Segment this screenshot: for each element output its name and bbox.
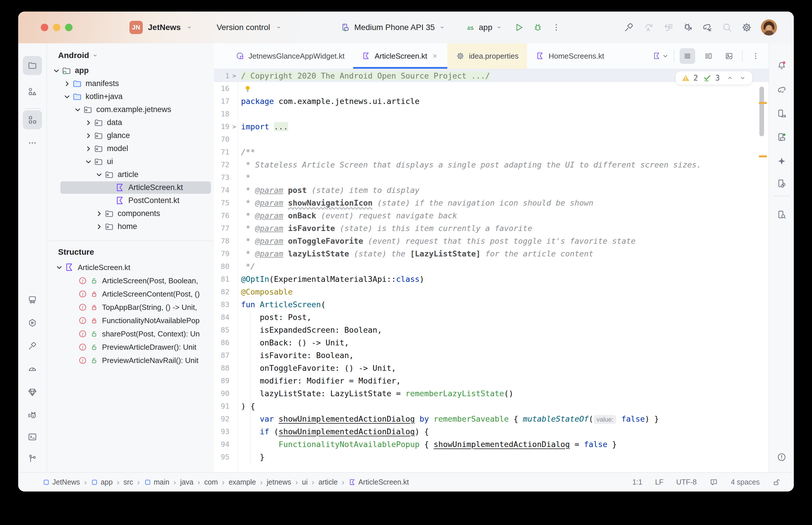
search-everywhere-icon[interactable] bbox=[722, 22, 733, 33]
code-line-95[interactable]: 95 } bbox=[214, 450, 769, 463]
notifications-icon[interactable] bbox=[772, 56, 791, 75]
code-line-88[interactable]: 88 onToggleFavorite: () -> Unit, bbox=[214, 362, 769, 374]
code-line-18[interactable]: 18 bbox=[214, 107, 769, 120]
code-line-78[interactable]: 78 * @param onToggleFavorite (event) req… bbox=[214, 235, 769, 247]
code-line-93[interactable]: 93 if (showUnimplementedActionDialog) { bbox=[214, 425, 769, 438]
code-line-89[interactable]: 89 modifier: Modifier = Modifier, bbox=[214, 374, 769, 387]
code-line-94[interactable]: 94 FunctionalityNotAvailablePopup { show… bbox=[214, 438, 769, 450]
structure-function-item[interactable]: fArticleScreenContent(Post, () bbox=[47, 287, 214, 301]
close-window-button[interactable] bbox=[41, 24, 48, 31]
code-line-19[interactable]: 19>import ... bbox=[214, 120, 769, 133]
more-run-actions-icon[interactable] bbox=[551, 22, 561, 32]
indent-setting[interactable]: 4 spaces bbox=[731, 478, 760, 486]
layout-inspector-icon[interactable] bbox=[772, 205, 791, 224]
breadcrumb-item[interactable]: main bbox=[144, 478, 169, 486]
chevron-down-icon[interactable] bbox=[51, 65, 61, 76]
code-line-85[interactable]: 85 isExpandedScreen: Boolean, bbox=[214, 324, 769, 336]
gradle-icon[interactable] bbox=[772, 80, 791, 99]
tab-idea-properties[interactable]: idea.properties bbox=[447, 43, 527, 69]
chevron-right-icon[interactable] bbox=[83, 118, 94, 128]
editor-view-split-icon[interactable] bbox=[700, 48, 716, 64]
tree-item-postcontent-kt[interactable]: PostContent.kt bbox=[47, 194, 214, 207]
code-line-72[interactable]: 72 * Stateless Article Screen that displ… bbox=[214, 158, 769, 171]
breadcrumb-item[interactable]: app bbox=[91, 478, 113, 486]
gradle-sync-icon[interactable] bbox=[702, 22, 713, 33]
device-selector[interactable]: Medium Phone API 35 bbox=[340, 12, 445, 43]
more-tool-windows-icon[interactable] bbox=[23, 133, 42, 152]
tree-item-com-example-jetnews[interactable]: com.example.jetnews bbox=[47, 103, 214, 116]
tree-item-home[interactable]: home bbox=[47, 220, 214, 233]
editor-view-preview-icon[interactable] bbox=[721, 48, 737, 64]
structure-function-item[interactable]: fPreviewArticleNavRail(): Unit bbox=[47, 354, 214, 367]
running-devices-icon[interactable] bbox=[23, 290, 42, 309]
tree-item-app[interactable]: app bbox=[47, 64, 214, 77]
editor-more-options-icon[interactable] bbox=[748, 48, 764, 64]
terminal-icon[interactable] bbox=[23, 427, 42, 447]
unlock-icon[interactable] bbox=[772, 478, 781, 486]
tree-item-articlescreen-kt[interactable]: ArticleScreen.kt bbox=[47, 181, 214, 194]
chevron-right-icon[interactable] bbox=[94, 209, 104, 219]
warning-stripe-mark[interactable] bbox=[759, 155, 767, 158]
code-line-91[interactable]: 91) { bbox=[214, 400, 769, 412]
apply-changes-icon[interactable] bbox=[663, 22, 674, 33]
code-line-75[interactable]: 75 * @param showNavigationIcon (state) i… bbox=[214, 196, 769, 209]
code-line-83[interactable]: 83fun ArticleScreen( bbox=[214, 298, 769, 311]
tree-item-components[interactable]: components bbox=[47, 207, 214, 220]
caret-position[interactable]: 1:1 bbox=[632, 478, 643, 486]
running-devices-icon[interactable] bbox=[772, 127, 791, 147]
line-separator[interactable]: LF bbox=[655, 478, 663, 486]
structure-function-item[interactable]: fFunctionalityNotAvailablePop bbox=[47, 314, 214, 327]
benchmark-icon[interactable] bbox=[23, 360, 42, 379]
project-tool-icon[interactable] bbox=[23, 56, 42, 75]
user-avatar[interactable] bbox=[761, 19, 777, 35]
code-line-17[interactable]: 17package com.example.jetnews.ui.article bbox=[214, 95, 769, 107]
logcat-icon[interactable] bbox=[23, 406, 42, 425]
version-control-menu[interactable]: Version control bbox=[217, 23, 270, 32]
project-view-selector[interactable]: Android bbox=[47, 43, 214, 64]
code-line-86[interactable]: 86 onBack: () -> Unit, bbox=[214, 336, 769, 349]
maximize-window-button[interactable] bbox=[65, 24, 73, 31]
chevron-down-icon[interactable] bbox=[54, 262, 64, 273]
device-mirror-icon[interactable] bbox=[772, 174, 791, 193]
run-configuration-menu[interactable]: app bbox=[479, 23, 492, 32]
breadcrumb-item[interactable]: src bbox=[123, 478, 133, 486]
code-line-92[interactable]: 92 var showUnimplementedActionDialog by … bbox=[214, 412, 769, 425]
build-hammer-icon[interactable] bbox=[623, 22, 634, 33]
inspection-highlight-icon[interactable] bbox=[709, 478, 718, 486]
close-tab-icon[interactable] bbox=[431, 52, 439, 60]
project-name-menu[interactable]: JetNews bbox=[148, 23, 181, 32]
tree-item-data[interactable]: data bbox=[47, 116, 214, 129]
gemini-icon[interactable] bbox=[772, 152, 791, 171]
tree-item-model[interactable]: model bbox=[47, 142, 214, 155]
code-line-82[interactable]: 82@Composable bbox=[214, 285, 769, 298]
resource-manager-icon[interactable] bbox=[23, 82, 42, 101]
code-line-73[interactable]: 73 * bbox=[214, 171, 769, 184]
app-quality-insights-icon[interactable] bbox=[23, 382, 42, 402]
breadcrumb-item[interactable]: com bbox=[204, 478, 218, 486]
breadcrumb-item[interactable]: ui bbox=[302, 478, 308, 486]
structure-root-file[interactable]: ArticleScreen.kt bbox=[47, 261, 214, 274]
breadcrumb-item[interactable]: article bbox=[319, 478, 338, 486]
code-line-90[interactable]: 90 lazyListState: LazyListState = rememb… bbox=[214, 387, 769, 400]
editor-scrollbar[interactable] bbox=[759, 87, 764, 136]
structure-function-item[interactable]: fPreviewArticleDrawer(): Unit bbox=[47, 341, 214, 354]
code-line-79[interactable]: 79 * @param lazyListState (state) the [L… bbox=[214, 247, 769, 260]
code-line-77[interactable]: 77 * @param isFavorite (state) is this i… bbox=[214, 222, 769, 235]
code-line-70[interactable]: 70 bbox=[214, 133, 769, 146]
code-editor[interactable]: 1>/ Copyright 2020 The Android Open Sour… bbox=[214, 69, 769, 472]
chevron-right-icon[interactable] bbox=[94, 222, 104, 232]
breadcrumb-item[interactable]: jetnews bbox=[267, 478, 291, 486]
profile-app-icon[interactable] bbox=[643, 22, 654, 33]
attach-debugger-icon[interactable] bbox=[682, 22, 693, 33]
tree-item-ui[interactable]: ui bbox=[47, 155, 214, 168]
profiler-icon[interactable] bbox=[23, 313, 42, 332]
chevron-down-icon[interactable] bbox=[62, 92, 72, 102]
tree-item-kotlin-java[interactable]: kotlin+java bbox=[47, 90, 214, 103]
debug-button[interactable] bbox=[532, 22, 543, 33]
code-line-87[interactable]: 87 isFavorite: Boolean, bbox=[214, 349, 769, 362]
tree-item-article[interactable]: article bbox=[47, 168, 214, 181]
intention-bulb-icon[interactable] bbox=[243, 84, 252, 93]
structure-tool-icon[interactable] bbox=[23, 110, 42, 129]
open-tabs-dropdown[interactable] bbox=[653, 48, 669, 64]
device-manager-icon[interactable] bbox=[772, 104, 791, 123]
